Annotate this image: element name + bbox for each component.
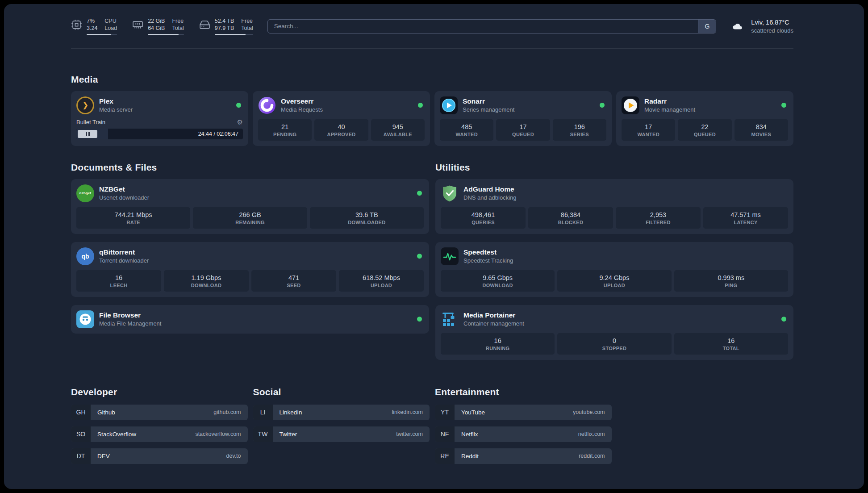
service-card-nzbget[interactable]: nzbget NZBGet Usenet downloader 744.21 M… — [71, 179, 429, 234]
portainer-icon — [441, 310, 459, 328]
bookmark-stackoverflow[interactable]: SO StackOverflow stackoverflow.com — [71, 426, 248, 442]
qbittorrent-icon: qb — [76, 247, 94, 265]
bookmark-url: linkedin.com — [392, 405, 430, 420]
service-card-overseerr[interactable]: Overseerr Media Requests 21 PENDING 40 A… — [253, 91, 430, 146]
status-dot — [781, 103, 786, 108]
bookmark-twitter[interactable]: TW Twitter twitter.com — [253, 426, 430, 442]
stat-stopped: 0 STOPPED — [557, 333, 671, 355]
playback-progress-bar: 24:44 / 02:06:47 — [76, 129, 243, 139]
bookmark-abbr: RE — [435, 448, 455, 464]
bookmark-group-developer: Developer GH Github github.com SO StackO… — [71, 387, 248, 464]
stat-wanted: 485 WANTED — [440, 119, 493, 141]
bookmark-linkedin[interactable]: LI LinkedIn linkedin.com — [253, 405, 430, 420]
disk-label-bottom: Total — [241, 25, 253, 32]
resource-widget-disk: 52.4 TB 97.9 TB Free Total — [199, 17, 253, 35]
search-bar: G — [267, 19, 717, 33]
bookmark-url: github.com — [213, 405, 247, 420]
status-dot — [781, 317, 786, 322]
disk-total: 97.9 TB — [215, 25, 234, 32]
stat-queries: 498,461 QUERIES — [441, 207, 526, 229]
bookmark-group-entertainment: Entertainment YT YouTube youtube.com NF … — [435, 387, 612, 464]
status-dot — [417, 317, 422, 322]
service-description: Usenet downloader — [99, 194, 412, 201]
stat-pending: 21 PENDING — [258, 119, 312, 141]
status-dot — [417, 254, 422, 259]
bookmark-name: StackOverflow — [91, 426, 195, 442]
sonarr-icon — [440, 96, 458, 114]
weather-condition: scattered clouds — [751, 27, 793, 34]
stat-downloaded: 39.6 TB DOWNLOADED — [310, 207, 424, 229]
section-title-social: Social — [253, 387, 430, 397]
service-card-speedtest[interactable]: Speedtest Speedtest Tracking 9.65 Gbps D… — [435, 242, 793, 297]
search-input[interactable] — [268, 20, 698, 33]
resource-widget-memory: 22 GiB 64 GiB Free Total — [132, 17, 184, 35]
cpu-percent: 7% — [87, 17, 97, 25]
stat-series: 196 SERIES — [553, 119, 606, 141]
stat-latency: 47.571 ms LATENCY — [703, 207, 788, 229]
divider — [71, 49, 793, 49]
cpu-label-bottom: Load — [104, 25, 117, 32]
playback-time: 24:44 / 02:06:47 — [198, 131, 238, 137]
status-dot — [417, 191, 422, 196]
service-name: Speedtest — [463, 248, 788, 256]
stat-rate: 744.21 Mbps RATE — [76, 207, 190, 229]
bookmark-youtube[interactable]: YT YouTube youtube.com — [435, 405, 612, 420]
gear-icon[interactable]: ⚙ — [237, 119, 243, 125]
bookmark-url: netflix.com — [578, 426, 612, 442]
service-card-adguard[interactable]: AdGuard Home DNS and adblocking 498,461 … — [435, 179, 793, 234]
bookmark-name: Twitter — [273, 426, 396, 442]
service-card-plex[interactable]: ❯ Plex Media server Bullet Train ⚙ 24:44… — [71, 91, 248, 146]
cloud-icon — [730, 21, 746, 32]
bookmark-reddit[interactable]: RE Reddit reddit.com — [435, 448, 612, 464]
service-card-filebrowser[interactable]: File Browser Media File Management — [71, 305, 429, 334]
bookmark-abbr: NF — [435, 426, 455, 442]
pause-button[interactable] — [78, 130, 97, 138]
stat-available: 945 AVAILABLE — [371, 119, 425, 141]
bookmark-url: dev.to — [226, 448, 247, 464]
radarr-icon — [622, 96, 639, 114]
stat-upload: 9.24 Gbps UPLOAD — [557, 270, 671, 292]
service-description: Torrent downloader — [99, 257, 412, 264]
service-description: Container management — [463, 320, 776, 327]
documents-column: Documents & Files nzbget NZBGet Usenet d… — [71, 162, 429, 360]
bookmark-abbr: SO — [71, 426, 91, 442]
service-name: Radarr — [644, 97, 776, 105]
service-name: AdGuard Home — [463, 185, 788, 193]
plex-chevron: ❯ — [82, 100, 88, 110]
bookmark-abbr: DT — [71, 448, 91, 464]
stat-queued: 22 QUEUED — [678, 119, 731, 141]
cpu-loadavg: 3.24 — [87, 25, 97, 32]
stat-seed: 471 SEED — [251, 270, 336, 292]
bookmark-github[interactable]: GH Github github.com — [71, 405, 248, 420]
overseerr-icon — [258, 96, 276, 114]
service-description: Media File Management — [99, 320, 412, 327]
service-card-portainer[interactable]: Media Portainer Container management 16 … — [435, 305, 793, 360]
bookmark-url: twitter.com — [396, 426, 430, 442]
stat-movies: 834 MOVIES — [734, 119, 788, 141]
bookmark-dev[interactable]: DT DEV dev.to — [71, 448, 248, 464]
service-card-radarr[interactable]: Radarr Movie management 17 WANTED 22 QUE… — [616, 91, 793, 146]
nzbget-icon: nzbget — [76, 184, 94, 202]
plex-icon: ❯ — [76, 96, 94, 114]
bookmark-name: Netflix — [455, 426, 578, 442]
service-card-sonarr[interactable]: Sonarr Series management 485 WANTED 17 Q… — [434, 91, 612, 146]
service-name: NZBGet — [99, 185, 412, 193]
filebrowser-icon — [76, 310, 94, 328]
now-playing-title: Bullet Train — [76, 119, 105, 125]
service-card-qbittorrent[interactable]: qb qBittorrent Torrent downloader 16 LEE… — [71, 242, 429, 297]
section-title-documents: Documents & Files — [71, 162, 429, 173]
bookmark-netflix[interactable]: NF Netflix netflix.com — [435, 426, 612, 442]
memory-progress-fill — [148, 34, 179, 35]
media-grid: ❯ Plex Media server Bullet Train ⚙ 24:44… — [71, 91, 793, 146]
memory-progress-track — [148, 34, 184, 35]
service-description: Media Requests — [281, 106, 413, 113]
resource-widgets: 7% 3.24 CPU Load — [71, 17, 253, 35]
section-title-developer: Developer — [71, 387, 248, 397]
service-name: Overseerr — [281, 97, 413, 105]
disk-progress-fill — [215, 34, 246, 35]
stat-approved: 40 APPROVED — [314, 119, 368, 141]
speedtest-icon — [441, 247, 459, 265]
bookmark-abbr: TW — [253, 426, 273, 442]
stat-remaining: 266 GB REMAINING — [193, 207, 307, 229]
search-provider-button[interactable]: G — [698, 20, 716, 33]
